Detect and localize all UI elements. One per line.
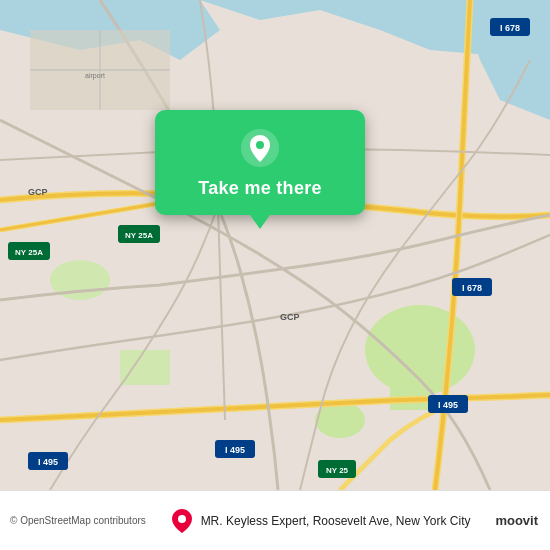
- svg-text:NY 25A: NY 25A: [125, 231, 153, 240]
- bottom-bar: © OpenStreetMap contributors MR. Keyless…: [0, 490, 550, 550]
- map-container: I 678 I 678 I 495 I 495 I 495 NY 25A NY …: [0, 0, 550, 490]
- svg-point-33: [178, 515, 186, 523]
- svg-text:NY 25A: NY 25A: [15, 248, 43, 257]
- svg-rect-7: [120, 350, 170, 385]
- moovit-logo: moovit: [495, 513, 538, 528]
- location-pin-icon: [240, 128, 280, 168]
- svg-text:I 495: I 495: [438, 400, 458, 410]
- svg-text:I 495: I 495: [38, 457, 58, 467]
- svg-text:GCP: GCP: [28, 187, 48, 197]
- svg-point-32: [256, 141, 264, 149]
- take-me-there-button[interactable]: Take me there: [198, 176, 322, 201]
- moovit-pin-icon: [171, 508, 193, 534]
- svg-text:I 678: I 678: [500, 23, 520, 33]
- svg-text:I 495: I 495: [225, 445, 245, 455]
- map-attribution: © OpenStreetMap contributors: [10, 515, 146, 526]
- tooltip-card: Take me there: [155, 110, 365, 215]
- svg-text:I 678: I 678: [462, 283, 482, 293]
- svg-text:GCP: GCP: [280, 312, 300, 322]
- svg-text:NY 25: NY 25: [326, 466, 349, 475]
- location-text: MR. Keyless Expert, Roosevelt Ave, New Y…: [201, 514, 471, 528]
- location-info: MR. Keyless Expert, Roosevelt Ave, New Y…: [146, 508, 496, 534]
- moovit-label: moovit: [495, 513, 538, 528]
- svg-text:airport: airport: [85, 72, 105, 80]
- svg-point-8: [315, 402, 365, 438]
